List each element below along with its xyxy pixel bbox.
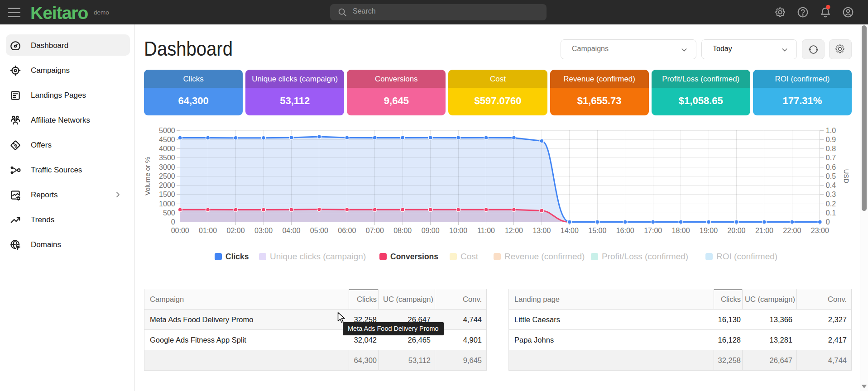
svg-text:1500: 1500: [159, 191, 175, 198]
svg-text:02:00: 02:00: [227, 227, 245, 234]
svg-text:0.6: 0.6: [826, 163, 836, 171]
svg-text:07:00: 07:00: [366, 227, 384, 234]
svg-text:1000: 1000: [159, 200, 175, 208]
svg-text:21:00: 21:00: [755, 227, 773, 234]
svg-text:17:00: 17:00: [644, 227, 662, 234]
svg-text:03:00: 03:00: [254, 227, 273, 234]
svg-text:0.3: 0.3: [826, 191, 836, 198]
svg-text:09:00: 09:00: [422, 227, 440, 234]
svg-text:2500: 2500: [159, 172, 175, 180]
svg-text:4000: 4000: [159, 145, 175, 153]
svg-text:5000: 5000: [159, 127, 175, 134]
svg-text:11:00: 11:00: [477, 227, 495, 234]
svg-text:22:00: 22:00: [783, 227, 801, 234]
svg-text:04:00: 04:00: [282, 227, 300, 234]
svg-text:0.7: 0.7: [826, 154, 836, 162]
svg-text:16:00: 16:00: [616, 227, 634, 234]
svg-text:12:00: 12:00: [505, 227, 523, 234]
svg-text:0.4: 0.4: [826, 181, 836, 189]
svg-text:23:00: 23:00: [811, 227, 829, 234]
svg-text:19:00: 19:00: [700, 227, 718, 234]
svg-text:10:00: 10:00: [449, 227, 467, 234]
svg-text:15:00: 15:00: [588, 227, 606, 234]
svg-text:20:00: 20:00: [727, 227, 745, 234]
svg-text:500: 500: [163, 209, 175, 217]
svg-text:0.9: 0.9: [826, 136, 836, 143]
svg-text:08:00: 08:00: [393, 227, 412, 234]
svg-text:0.5: 0.5: [826, 172, 836, 180]
svg-text:0.2: 0.2: [826, 200, 836, 208]
svg-text:00:00: 00:00: [171, 227, 189, 234]
svg-text:0: 0: [826, 218, 830, 226]
svg-text:0: 0: [171, 218, 175, 226]
svg-text:18:00: 18:00: [672, 227, 690, 234]
svg-text:USD: USD: [843, 169, 850, 183]
svg-text:1.0: 1.0: [826, 127, 836, 134]
svg-text:13:00: 13:00: [532, 227, 551, 234]
svg-text:3500: 3500: [159, 154, 175, 162]
svg-text:0.1: 0.1: [826, 209, 836, 217]
svg-text:01:00: 01:00: [199, 227, 217, 234]
svg-text:05:00: 05:00: [310, 227, 328, 234]
svg-text:14:00: 14:00: [561, 227, 579, 234]
svg-text:06:00: 06:00: [338, 227, 356, 234]
svg-text:4500: 4500: [159, 136, 175, 143]
svg-text:3000: 3000: [159, 163, 175, 171]
svg-text:0.8: 0.8: [826, 145, 836, 153]
svg-text:Volume or %: Volume or %: [144, 157, 151, 196]
svg-text:2000: 2000: [159, 181, 175, 189]
